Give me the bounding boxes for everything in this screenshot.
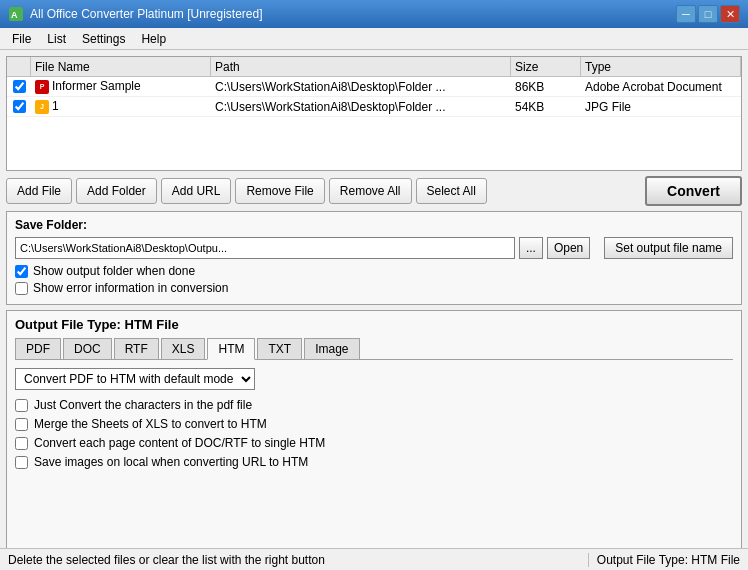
option3-label: Convert each page content of DOC/RTF to … bbox=[34, 436, 325, 450]
mode-select[interactable]: Convert PDF to HTM with default mode Con… bbox=[15, 368, 255, 390]
browse-button[interactable]: ... bbox=[519, 237, 543, 259]
option-rows: Just Convert the characters in the pdf f… bbox=[15, 398, 733, 469]
menu-list[interactable]: List bbox=[39, 30, 74, 48]
window-controls: ─ □ ✕ bbox=[676, 5, 740, 23]
option-row-3: Convert each page content of DOC/RTF to … bbox=[15, 436, 733, 450]
row1-path: C:\Users\WorkStationAi8\Desktop\Folder .… bbox=[211, 80, 511, 94]
menu-settings[interactable]: Settings bbox=[74, 30, 133, 48]
jpg-icon: J bbox=[35, 100, 49, 114]
row2-name: J1 bbox=[31, 99, 211, 114]
option1-checkbox[interactable] bbox=[15, 399, 28, 412]
table-row: J1 C:\Users\WorkStationAi8\Desktop\Folde… bbox=[7, 97, 741, 117]
col-path: Path bbox=[211, 57, 511, 76]
menu-help[interactable]: Help bbox=[133, 30, 174, 48]
menu-bar: File List Settings Help bbox=[0, 28, 748, 50]
option4-label: Save images on local when converting URL… bbox=[34, 455, 308, 469]
convert-button[interactable]: Convert bbox=[645, 176, 742, 206]
remove-all-button[interactable]: Remove All bbox=[329, 178, 412, 204]
set-output-name-button[interactable]: Set output file name bbox=[604, 237, 733, 259]
row2-checkbox[interactable] bbox=[13, 100, 26, 113]
row1-name: PInformer Sample bbox=[31, 79, 211, 94]
row2-size: 54KB bbox=[511, 100, 581, 114]
mode-dropdown-row: Convert PDF to HTM with default mode Con… bbox=[15, 368, 733, 390]
tab-doc[interactable]: DOC bbox=[63, 338, 112, 359]
status-left: Delete the selected files or clear the l… bbox=[8, 553, 325, 567]
select-all-button[interactable]: Select All bbox=[416, 178, 487, 204]
tab-image[interactable]: Image bbox=[304, 338, 359, 359]
col-check bbox=[7, 57, 31, 76]
menu-file[interactable]: File bbox=[4, 30, 39, 48]
row2-check bbox=[7, 100, 31, 113]
save-folder-section: Save Folder: ... Open Set output file na… bbox=[6, 211, 742, 305]
toolbar: Add File Add Folder Add URL Remove File … bbox=[6, 176, 742, 206]
save-path-input[interactable] bbox=[15, 237, 515, 259]
show-error-info-row: Show error information in conversion bbox=[15, 281, 733, 295]
title-bar: A All Office Converter Platinum [Unregis… bbox=[0, 0, 748, 28]
col-size: Size bbox=[511, 57, 581, 76]
save-folder-row: ... Open Set output file name bbox=[15, 237, 733, 259]
close-button[interactable]: ✕ bbox=[720, 5, 740, 23]
row1-checkbox[interactable] bbox=[13, 80, 26, 93]
tab-xls[interactable]: XLS bbox=[161, 338, 206, 359]
add-url-button[interactable]: Add URL bbox=[161, 178, 232, 204]
add-file-button[interactable]: Add File bbox=[6, 178, 72, 204]
status-bar: Delete the selected files or clear the l… bbox=[0, 548, 748, 570]
add-folder-button[interactable]: Add Folder bbox=[76, 178, 157, 204]
tabs-row: PDF DOC RTF XLS HTM TXT Image bbox=[15, 338, 733, 360]
app-icon: A bbox=[8, 6, 24, 22]
option2-label: Merge the Sheets of XLS to convert to HT… bbox=[34, 417, 267, 431]
tab-pdf[interactable]: PDF bbox=[15, 338, 61, 359]
tab-htm[interactable]: HTM bbox=[207, 338, 255, 360]
row1-type: Adobe Acrobat Document bbox=[581, 80, 741, 94]
tab-txt[interactable]: TXT bbox=[257, 338, 302, 359]
maximize-button[interactable]: □ bbox=[698, 5, 718, 23]
option2-checkbox[interactable] bbox=[15, 418, 28, 431]
col-filename: File Name bbox=[31, 57, 211, 76]
show-error-info-checkbox[interactable] bbox=[15, 282, 28, 295]
row2-type: JPG File bbox=[581, 100, 741, 114]
option1-label: Just Convert the characters in the pdf f… bbox=[34, 398, 252, 412]
tab-rtf[interactable]: RTF bbox=[114, 338, 159, 359]
option-row-2: Merge the Sheets of XLS to convert to HT… bbox=[15, 417, 733, 431]
option4-checkbox[interactable] bbox=[15, 456, 28, 469]
row2-path: C:\Users\WorkStationAi8\Desktop\Folder .… bbox=[211, 100, 511, 114]
main-content: File Name Path Size Type PInformer Sampl… bbox=[0, 50, 748, 570]
row1-check bbox=[7, 80, 31, 93]
row1-size: 86KB bbox=[511, 80, 581, 94]
pdf-icon: P bbox=[35, 80, 49, 94]
svg-text:A: A bbox=[11, 10, 18, 20]
file-list-container: File Name Path Size Type PInformer Sampl… bbox=[6, 56, 742, 171]
show-output-folder-checkbox[interactable] bbox=[15, 265, 28, 278]
file-list-body: PInformer Sample C:\Users\WorkStationAi8… bbox=[7, 77, 741, 172]
option-row-4: Save images on local when converting URL… bbox=[15, 455, 733, 469]
option3-checkbox[interactable] bbox=[15, 437, 28, 450]
remove-file-button[interactable]: Remove File bbox=[235, 178, 324, 204]
col-type: Type bbox=[581, 57, 741, 76]
output-section: Output File Type: HTM File PDF DOC RTF X… bbox=[6, 310, 742, 564]
minimize-button[interactable]: ─ bbox=[676, 5, 696, 23]
option-row-1: Just Convert the characters in the pdf f… bbox=[15, 398, 733, 412]
file-list-header: File Name Path Size Type bbox=[7, 57, 741, 77]
save-folder-label: Save Folder: bbox=[15, 218, 733, 232]
show-output-folder-row: Show output folder when done bbox=[15, 264, 733, 278]
table-row: PInformer Sample C:\Users\WorkStationAi8… bbox=[7, 77, 741, 97]
title-text: All Office Converter Platinum [Unregiste… bbox=[30, 7, 263, 21]
show-output-folder-label: Show output folder when done bbox=[33, 264, 195, 278]
output-type-label: Output File Type: HTM File bbox=[15, 317, 733, 332]
show-error-info-label: Show error information in conversion bbox=[33, 281, 228, 295]
open-button[interactable]: Open bbox=[547, 237, 590, 259]
status-right: Output File Type: HTM File bbox=[588, 553, 740, 567]
